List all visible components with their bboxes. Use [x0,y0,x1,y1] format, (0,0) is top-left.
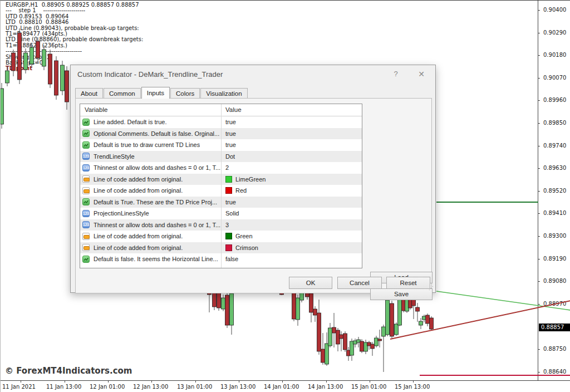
color-parameter-icon [82,244,90,251]
value-text: true [225,130,236,137]
parameter-value[interactable]: true [221,130,362,137]
help-button[interactable]: ? [391,69,401,79]
close-icon[interactable]: ✕ [416,69,426,79]
value-text: Red [235,187,247,194]
value-text: Green [235,233,253,239]
parameter-label: Default is True. These are the TD Price … [94,199,217,205]
color-swatch [225,244,232,251]
int-parameter-icon: 123 [82,164,90,171]
parameter-label: Line of code added from original. [94,176,183,183]
parameter-label: ProjectionLinesStyle [94,210,149,217]
parameter-label: Thinnest or allow dots and dashes = 0 or… [94,222,220,228]
color-parameter-icon [82,175,90,183]
parameter-label: TrendLineStyle [94,153,135,160]
header-variable: Variable [80,104,221,116]
mt4-chart-window: EURGBP,H1 0.88905 0.88925 0.88857 0.8885… [0,0,570,392]
parameter-value[interactable]: Red [221,187,362,194]
parameter-label: Line added. Default is true. [94,119,166,125]
parameter-label: Line of code added from original. [94,187,183,194]
bool-parameter-icon [82,119,90,126]
column-separator[interactable] [221,104,222,268]
green-descending-trendline[interactable] [436,291,570,310]
parameters-table[interactable]: Variable Value Line added. Default is tr… [80,104,362,268]
header-value: Value [221,104,362,116]
tab-colors[interactable]: Colors [170,88,200,99]
parameter-value[interactable]: LimeGreen [221,176,362,183]
color-swatch [225,233,232,239]
dialog-tabs: AboutCommonInputsColorsVisualization [75,87,431,99]
parameter-value[interactable]: true [221,119,362,125]
custom-indicator-dialog: Custom Indicator - DeMark_Trendline_Trad… [70,65,436,293]
parameter-value[interactable]: Crimson [221,244,362,251]
dialog-title: Custom Indicator - DeMark_Trendline_Trad… [77,70,223,79]
parameter-value[interactable]: Green [221,233,362,239]
color-swatch [225,176,232,183]
value-text: 3 [225,222,229,228]
inputs-tab-page: Variable Value Line added. Default is tr… [75,98,432,293]
bool-parameter-icon [82,256,90,263]
value-text: LimeGreen [235,176,266,183]
tab-inputs[interactable]: Inputs [141,87,170,99]
parameter-value[interactable]: true [221,141,362,148]
reset-button[interactable]: Reset [386,277,430,289]
parameter-value[interactable]: 3 [221,222,362,228]
value-text: true [225,119,236,125]
save-button[interactable]: Save [370,288,433,300]
value-text: Dot [225,153,235,160]
int-parameter-icon: 123 [82,210,90,217]
tab-common[interactable]: Common [104,88,141,99]
bool-parameter-icon [82,141,90,149]
value-text: Solid [225,210,239,217]
parameter-label: Default is false. It seems the Horizonta… [94,256,218,262]
parameter-value[interactable]: true [221,199,362,205]
value-text: true [225,141,236,148]
color-parameter-icon [82,233,90,240]
tab-about[interactable]: About [75,88,103,99]
value-text: false [225,256,238,262]
int-parameter-icon: 123 [82,153,90,160]
color-swatch [225,187,232,194]
value-text: Crimson [235,244,258,251]
parameter-value[interactable]: Dot [221,153,362,160]
red-ascending-trendline[interactable] [390,301,570,339]
parameter-label: Line of code added from original. [94,244,183,251]
bool-parameter-icon [82,130,90,137]
value-text: 2 [225,164,229,171]
cancel-button[interactable]: Cancel [337,277,382,289]
parameter-label: Thinnest or allow dots and dashes = 0 or… [94,164,220,171]
parameter-value[interactable]: Solid [221,210,362,217]
color-parameter-icon [82,187,90,194]
tab-visualization[interactable]: Visualization [200,88,247,99]
parameter-label: Optional Comments. Default is false. Org… [94,130,219,137]
parameter-label: Line of code added from original. [94,233,183,239]
parameter-value[interactable]: false [221,256,362,262]
resize-grip-icon[interactable]: ⋰ [429,286,434,291]
dialog-titlebar[interactable]: Custom Indicator - DeMark_Trendline_Trad… [71,65,435,83]
value-text: true [225,199,236,205]
ok-button[interactable]: OK [289,277,332,289]
int-parameter-icon: 123 [82,221,90,228]
parameter-label: Default is true to draw current TD Lines [94,141,200,148]
parameter-value[interactable]: 2 [221,164,362,171]
bool-parameter-icon [82,198,90,205]
